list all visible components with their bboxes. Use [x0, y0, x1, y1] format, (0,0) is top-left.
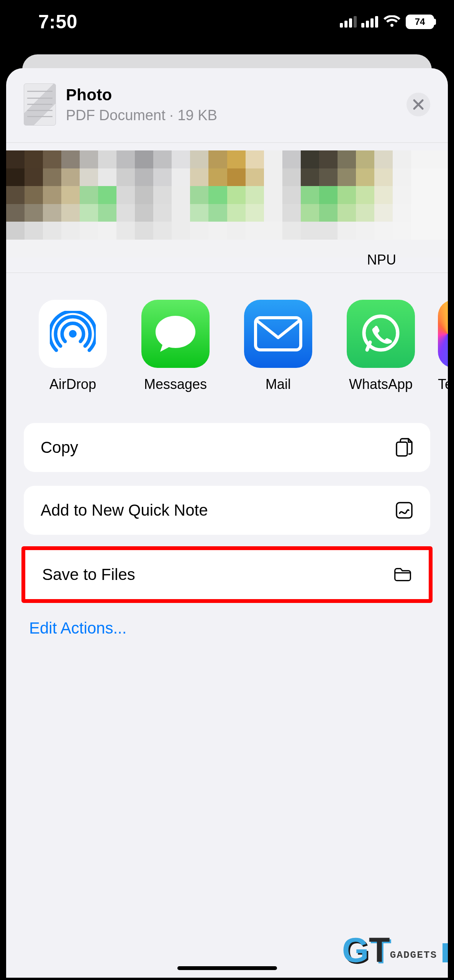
- action-group-quicknote: Add to New Quick Note: [24, 486, 430, 535]
- app-label: WhatsApp: [349, 376, 413, 392]
- watermark-g: G: [342, 938, 367, 962]
- quick-note-icon: [395, 501, 413, 519]
- svg-rect-1: [256, 318, 301, 350]
- watermark-accent: [443, 943, 448, 962]
- copy-icon: [395, 438, 413, 457]
- partial-app-icon: [438, 300, 448, 368]
- whatsapp-icon: [347, 300, 415, 368]
- contact-label: [113, 252, 221, 268]
- close-icon: [413, 99, 424, 110]
- action-add-quick-note[interactable]: Add to New Quick Note: [24, 486, 430, 535]
- svg-rect-3: [397, 442, 407, 456]
- battery-icon: 74: [406, 15, 434, 29]
- airdrop-icon: [39, 300, 107, 368]
- folder-icon: [393, 565, 412, 584]
- watermark-t: T: [369, 938, 388, 962]
- status-indicators: 74: [340, 15, 434, 29]
- action-save-to-files[interactable]: Save to Files: [25, 550, 429, 599]
- app-partial[interactable]: Te: [432, 300, 448, 392]
- status-bar: 7:50 74: [1, 1, 453, 43]
- document-subtitle: PDF Document · 19 KB: [66, 107, 397, 124]
- home-indicator[interactable]: [177, 966, 277, 970]
- wifi-icon: [384, 15, 400, 28]
- share-apps-row[interactable]: AirDrop Messages Mail WhatsApp: [6, 273, 448, 392]
- cellular-signal-icon: [340, 16, 378, 28]
- app-messages[interactable]: Messages: [124, 300, 227, 392]
- app-label: Mail: [266, 376, 291, 392]
- svg-rect-4: [397, 503, 412, 518]
- app-label: Messages: [144, 376, 207, 392]
- contact-suggestions-row[interactable]: NPU: [6, 143, 448, 273]
- save-to-files-highlight: Save to Files: [21, 546, 433, 603]
- share-actions: Copy Add to New Quick Note Save: [6, 392, 448, 649]
- watermark-text: GADGETS: [390, 949, 437, 962]
- action-group-savefiles: Save to Files: [25, 550, 429, 599]
- contact-label: [6, 252, 113, 268]
- phone-frame: 7:50 74 Photo PDF Document · 19 KB: [0, 0, 454, 980]
- share-header: Photo PDF Document · 19 KB: [6, 68, 448, 143]
- app-mail[interactable]: Mail: [227, 300, 329, 392]
- blurred-contacts: [6, 150, 448, 257]
- close-button[interactable]: [406, 93, 430, 116]
- app-airdrop[interactable]: AirDrop: [21, 300, 124, 392]
- app-whatsapp[interactable]: WhatsApp: [329, 300, 432, 392]
- edit-actions-button[interactable]: Edit Actions...: [24, 614, 430, 637]
- action-group-copy: Copy: [24, 423, 430, 472]
- battery-percent: 74: [415, 16, 425, 27]
- app-label: Te: [438, 376, 448, 392]
- contact-labels: NPU: [6, 252, 448, 268]
- svg-point-0: [69, 330, 77, 338]
- action-label: Add to New Quick Note: [41, 501, 208, 519]
- document-meta: Photo PDF Document · 19 KB: [66, 86, 397, 124]
- action-label: Copy: [41, 438, 78, 457]
- mail-icon: [244, 300, 312, 368]
- action-label: Save to Files: [42, 565, 135, 584]
- messages-icon: [141, 300, 210, 368]
- contact-label: [221, 252, 328, 268]
- share-sheet: Photo PDF Document · 19 KB: [6, 68, 448, 978]
- status-time: 7:50: [38, 11, 77, 33]
- contact-label: NPU: [328, 252, 435, 268]
- watermark: G T GADGETS: [342, 938, 448, 962]
- action-copy[interactable]: Copy: [24, 423, 430, 472]
- app-label: AirDrop: [49, 376, 96, 392]
- document-title: Photo: [66, 86, 397, 104]
- document-thumbnail: [24, 83, 56, 126]
